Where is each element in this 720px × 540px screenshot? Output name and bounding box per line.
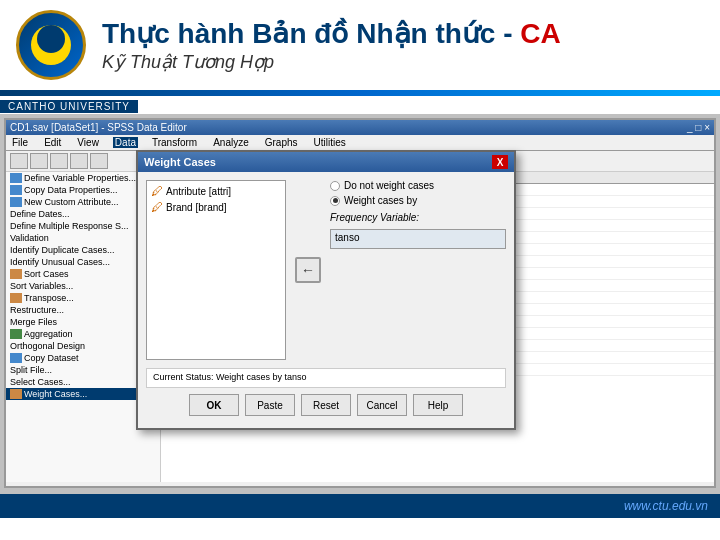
variable-name: Antribute [attri]	[166, 186, 231, 197]
spss-menubar: File Edit View Data Transform Analyze Gr…	[6, 135, 714, 151]
ok-button[interactable]: OK	[189, 394, 239, 416]
menu-item-label: Copy Dataset	[24, 353, 79, 363]
footer-url: www.ctu.edu.vn	[624, 499, 708, 513]
menu-graphs[interactable]: Graphs	[263, 137, 300, 148]
menu-item-label: Transpose...	[24, 293, 74, 303]
menu-icon	[10, 197, 22, 207]
spss-window-controls: _ □ ×	[687, 122, 710, 133]
dialog-right: Do not weight cases Weight cases by Freq…	[330, 180, 506, 360]
menu-item-label: New Custom Attribute...	[24, 197, 119, 207]
menu-file[interactable]: File	[10, 137, 30, 148]
menu-item-label: Copy Data Properties...	[24, 185, 118, 195]
dialog-titlebar: Weight Cases X	[138, 152, 514, 172]
menu-data[interactable]: Data	[113, 137, 138, 148]
spss-titlebar: CD1.sav [DataSet1] - SPSS Data Editor _ …	[6, 120, 714, 135]
menu-analyze[interactable]: Analyze	[211, 137, 251, 148]
radio-weight-by-input[interactable]	[330, 196, 340, 206]
menu-item-label: Select Cases...	[10, 377, 71, 387]
menu-item-label: Weight Cases...	[24, 389, 87, 399]
frequency-variable-field[interactable]: tanso	[330, 229, 506, 249]
menu-icon	[10, 269, 22, 279]
menu-item-label: Validation	[10, 233, 49, 243]
menu-item-label: Define Multiple Response S...	[10, 221, 129, 231]
menu-transform[interactable]: Transform	[150, 137, 199, 148]
menu-item-label: Identify Duplicate Cases...	[10, 245, 115, 255]
menu-item-label: Define Dates...	[10, 209, 70, 219]
list-item[interactable]: 🖊 Antribute [attri]	[149, 183, 283, 199]
page-subtitle: Kỹ Thuật Tương Hợp	[102, 51, 704, 73]
dialog-status: Current Status: Weight cases by tanso	[146, 368, 506, 388]
dialog-variable-list: 🖊 Antribute [attri] 🖊 Brand [brand]	[146, 180, 286, 360]
menu-icon	[10, 185, 22, 195]
menu-edit[interactable]: Edit	[42, 137, 63, 148]
weight-cases-dialog: Weight Cases X 🖊 Antribute [attri] 🖊 Bra…	[136, 150, 516, 430]
paste-button[interactable]: Paste	[245, 394, 295, 416]
dialog-buttons: OK Paste Reset Cancel Help	[138, 388, 514, 422]
variable-name: Brand [brand]	[166, 202, 227, 213]
blue-bar	[0, 90, 720, 96]
dialog-center: ←	[294, 180, 322, 360]
radio-no-weight[interactable]: Do not weight cases	[330, 180, 506, 191]
menu-item-label: Define Variable Properties...	[24, 173, 136, 183]
toolbar-btn-2[interactable]	[30, 153, 48, 169]
university-logo	[16, 10, 86, 80]
move-arrow-button[interactable]: ←	[295, 257, 321, 283]
spss-title: CD1.sav [DataSet1] - SPSS Data Editor	[10, 122, 187, 133]
dialog-body: 🖊 Antribute [attri] 🖊 Brand [brand] ←	[138, 172, 514, 368]
menu-item-label: Identify Unusual Cases...	[10, 257, 110, 267]
radio-no-weight-input[interactable]	[330, 181, 340, 191]
title-main: Thực hành Bản đồ Nhận thức -	[102, 18, 520, 49]
dialog-title: Weight Cases	[144, 156, 216, 168]
toolbar-btn-5[interactable]	[90, 153, 108, 169]
list-item[interactable]: 🖊 Brand [brand]	[149, 199, 283, 215]
header-text: Thực hành Bản đồ Nhận thức - CA Kỹ Thuật…	[102, 17, 704, 73]
logo-inner	[31, 25, 71, 65]
menu-icon	[10, 389, 22, 399]
dialog-close-button[interactable]: X	[492, 155, 508, 169]
footer: www.ctu.edu.vn	[0, 494, 720, 518]
menu-item-label: Split File...	[10, 365, 52, 375]
page-title: Thực hành Bản đồ Nhận thức - CA	[102, 17, 704, 51]
menu-view[interactable]: View	[75, 137, 101, 148]
variable-icon: 🖊	[151, 184, 163, 198]
cancel-button[interactable]: Cancel	[357, 394, 407, 416]
menu-icon	[10, 173, 22, 183]
menu-icon	[10, 293, 22, 303]
menu-item-label: Aggregation	[24, 329, 73, 339]
help-button[interactable]: Help	[413, 394, 463, 416]
radio-no-weight-label: Do not weight cases	[344, 180, 434, 191]
menu-item-label: Sort Variables...	[10, 281, 73, 291]
frequency-label: Frequency Variable:	[330, 212, 506, 223]
variable-listbox[interactable]: 🖊 Antribute [attri] 🖊 Brand [brand]	[146, 180, 286, 360]
spss-window: CD1.sav [DataSet1] - SPSS Data Editor _ …	[4, 118, 716, 488]
menu-item-label: Restructure...	[10, 305, 64, 315]
radio-weight-by[interactable]: Weight cases by	[330, 195, 506, 206]
variable-icon: 🖊	[151, 200, 163, 214]
menu-item-label: Sort Cases	[24, 269, 69, 279]
main-area: CD1.sav [DataSet1] - SPSS Data Editor _ …	[0, 114, 720, 494]
weight-options: Do not weight cases Weight cases by	[330, 180, 506, 206]
toolbar-btn-1[interactable]	[10, 153, 28, 169]
header: Thực hành Bản đồ Nhận thức - CA Kỹ Thuật…	[0, 0, 720, 90]
toolbar-btn-3[interactable]	[50, 153, 68, 169]
menu-item-label: Merge Files	[10, 317, 57, 327]
title-ca: CA	[520, 18, 560, 49]
reset-button[interactable]: Reset	[301, 394, 351, 416]
toolbar-btn-4[interactable]	[70, 153, 88, 169]
menu-icon	[10, 353, 22, 363]
menu-icon	[10, 329, 22, 339]
menu-item-label: Orthogonal Design	[10, 341, 85, 351]
logo-moon	[37, 25, 65, 53]
radio-weight-by-label: Weight cases by	[344, 195, 417, 206]
university-label: CANTHO UNIVERSITY	[0, 100, 138, 113]
menu-utilities[interactable]: Utilities	[312, 137, 348, 148]
